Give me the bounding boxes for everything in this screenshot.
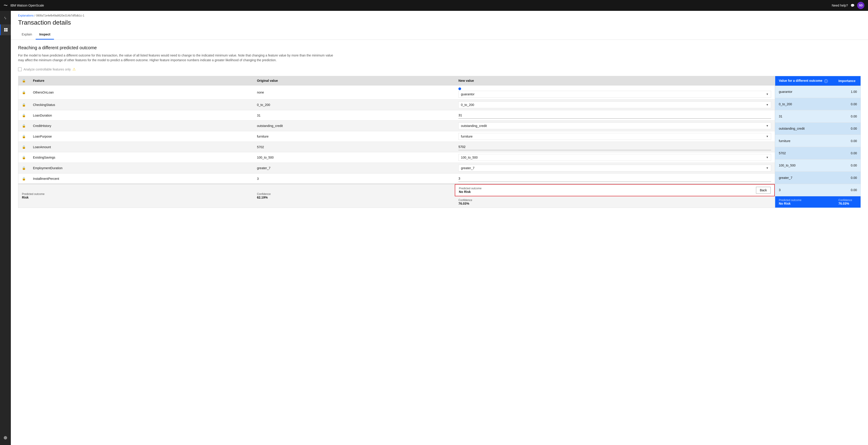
feature-name: LoanPurpose [29,131,253,142]
svg-rect-2 [4,30,6,32]
outcome-value: furniture [775,135,835,147]
outcome-confidence-value: 76.03% [838,202,857,205]
main-features-table: 🔒 Feature Original value New value 🔒 Oth… [18,76,775,208]
help-label[interactable]: Need help? [832,4,848,7]
sidebar-item-chart[interactable] [0,36,11,47]
dropdown-cell[interactable]: greater_7 ▼ [458,165,771,172]
original-confidence-value: 62.19% [257,196,451,199]
outcome-row: 100_to_500 0.00 [775,159,861,172]
new-value-cell[interactable] [455,174,775,184]
tab-explain[interactable]: Explain [18,30,36,39]
original-value: outstanding_credit [253,121,455,131]
sidebar-item-pulse[interactable] [0,13,11,24]
controllable-features-label: Analyze controllable features only [24,67,71,71]
chevron-down-icon: ▼ [766,103,769,107]
outcome-predicted-value: No Risk [779,202,831,205]
original-predicted-value: Risk [22,196,250,199]
outcome-bottom-bar: Predicted outcome No Risk Confidence 76.… [775,196,861,208]
lock-cell: 🔒 [18,163,30,174]
new-value-cell[interactable]: greater_7 ▼ [455,163,775,174]
dropdown-cell[interactable]: outstanding_credit ▼ [458,122,771,129]
svg-rect-1 [6,28,7,30]
dropdown-value: 100_to_500 [461,156,477,159]
back-button[interactable]: Back [756,187,771,194]
original-value: none [253,85,455,99]
top-navigation: 〜 IBM Watson OpenScale Need help? 💬 SD [0,0,868,11]
dropdown-value: 0_to_200 [461,103,474,107]
outcome-predicted-label: Predicted outcome [779,199,831,202]
table-row: 🔒 LoanDuration 31 [18,110,775,121]
new-value-cell[interactable] [455,142,775,152]
svg-text:?: ? [5,436,6,439]
table-row: 🔒 CheckingStatus 0_to_200 0_to_200 ▼ [18,99,775,110]
feature-name: OthersOnLoan [29,85,253,99]
outcome-table: Value for a different outcome i Importan… [775,76,861,208]
outcome-value: 3 [775,184,835,196]
dropdown-cell[interactable]: furniture ▼ [458,133,771,140]
importance-value: 0.00 [835,122,861,135]
section-description: For the model to have predicted a differ… [18,53,334,63]
new-predicted-value: No Risk [459,190,482,194]
importance-value: 0.00 [835,159,861,172]
feature-name: CheckingStatus [29,99,253,110]
value-input[interactable] [458,175,771,182]
table-row: 🔒 ExistingSavings 100_to_500 100_to_500 … [18,152,775,163]
outcome-row: 31 0.00 [775,110,861,122]
breadcrumb-current: 080fa71e4efb49a8620e314b7df5db1c-1 [36,14,85,17]
outcome-value: 0_to_200 [775,98,835,110]
new-confidence-value: 76.03% [458,202,771,205]
outcome-row: furniture 0.00 [775,135,861,147]
lock-cell: 🔒 [18,110,30,121]
outcome-value: guarantor [775,86,835,98]
sidebar-item-grid[interactable] [0,24,11,35]
chat-icon[interactable]: 💬 [850,4,855,7]
lock-cell: 🔒 [18,174,30,184]
table-row: 🔒 LoanAmount 5702 [18,142,775,152]
chevron-down-icon: ▼ [766,156,769,159]
lock-cell: 🔒 [18,152,30,163]
value-input[interactable] [458,144,771,150]
feature-header: Feature [29,76,253,85]
original-value: 31 [253,110,455,121]
importance-value: 0.00 [835,110,861,122]
outcome-confidence-label: Confidence [838,199,857,202]
table-wrapper: 🔒 Feature Original value New value 🔒 Oth… [18,76,861,208]
new-value-cell[interactable] [455,110,775,121]
dropdown-value: guarantor [461,92,474,96]
original-confidence-label: Confidence [257,192,451,196]
new-value-cell[interactable]: 0_to_200 ▼ [455,99,775,110]
controllable-features-row: Analyze controllable features only ⚠ [18,67,861,71]
breadcrumb-link[interactable]: Explanations [18,14,34,17]
table-row: 🔒 EmploymentDuration greater_7 greater_7… [18,163,775,174]
main-content-area: Explanations / 080fa71e4efb49a8620e314b7… [11,11,868,445]
dropdown-cell[interactable]: 100_to_500 ▼ [458,154,771,161]
new-value-cell[interactable]: furniture ▼ [455,131,775,142]
new-value-cell[interactable]: 100_to_500 ▼ [455,152,775,163]
original-value: 0_to_200 [253,99,455,110]
dropdown-cell[interactable]: 0_to_200 ▼ [458,101,771,108]
user-avatar[interactable]: SD [857,2,864,9]
outcome-row: greater_7 0.00 [775,172,861,184]
feature-name: InstallmentPercent [29,174,253,184]
content-section: Reaching a different predicted outcome F… [11,40,868,213]
table-header-row: 🔒 Feature Original value New value [18,76,775,85]
new-value-cell[interactable]: outstanding_credit ▼ [455,121,775,131]
outcome-row: outstanding_credit 0.00 [775,122,861,135]
controllable-features-checkbox[interactable] [18,67,22,71]
feature-name: LoanDuration [29,110,253,121]
new-value-cell[interactable]: guarantor ▼ [455,85,775,99]
value-input[interactable] [458,112,771,119]
dropdown-value: outstanding_credit [461,124,487,128]
chevron-down-icon: ▼ [766,167,769,170]
feature-name: ExistingSavings [29,152,253,163]
original-value-header: Original value [253,76,455,85]
feature-name: LoanAmount [29,142,253,152]
feature-name: CreditHistory [29,121,253,131]
dropdown-cell[interactable]: guarantor ▼ [458,91,771,97]
sidebar-item-help[interactable]: ? [0,432,11,443]
brand-name: IBM Watson OpenScale [10,4,44,7]
info-icon[interactable]: i [824,79,828,83]
nav-right-section: Need help? 💬 SD [832,2,864,9]
tab-inspect[interactable]: Inspect [36,30,54,39]
original-value: furniture [253,131,455,142]
